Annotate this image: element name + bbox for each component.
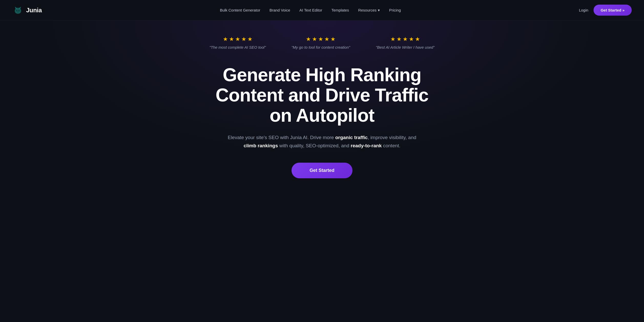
logo-text: Junia — [26, 7, 42, 14]
chevron-down-icon: ▾ — [378, 8, 380, 13]
nav-item-ai-text-editor[interactable]: AI Text Editor — [299, 8, 322, 12]
subtext-bold2: climb rankings — [244, 143, 278, 148]
nav-item-pricing[interactable]: Pricing — [389, 8, 401, 12]
svg-point-6 — [16, 11, 17, 11]
nav-item-brand-voice[interactable]: Brand Voice — [269, 8, 290, 12]
hero-section: ★ ★ ★ ★ ★ "The most complete AI SEO tool… — [0, 20, 644, 178]
svg-point-2 — [16, 10, 17, 11]
svg-point-8 — [19, 11, 20, 11]
stars-1: ★ ★ ★ ★ ★ — [306, 36, 336, 43]
subtext-bold1: organic traffic — [335, 135, 368, 140]
nav-actions: Login Get Started » — [579, 5, 632, 16]
review-item-2: ★ ★ ★ ★ ★ "Best AI Article Writer I have… — [376, 36, 435, 49]
star: ★ — [229, 36, 234, 43]
hero-cta-wrap: Get Started — [292, 163, 352, 178]
nav-item-bulk-content-generator[interactable]: Bulk Content Generator — [220, 8, 260, 12]
reviews-row: ★ ★ ★ ★ ★ "The most complete AI SEO tool… — [181, 36, 463, 49]
logo-link[interactable]: Junia — [12, 5, 42, 16]
hero-headline: Generate High Ranking Content and Drive … — [207, 65, 437, 126]
nav-link-bulk-content-generator[interactable]: Bulk Content Generator — [220, 8, 260, 12]
svg-point-7 — [19, 11, 19, 11]
star: ★ — [409, 36, 414, 43]
subtext-plain3: with quality, SEO-optimized, and — [278, 143, 351, 148]
nav-item-resources[interactable]: Resources ▾ — [358, 8, 380, 13]
nav-links: Bulk Content Generator Brand Voice AI Te… — [220, 8, 401, 13]
review-item-0: ★ ★ ★ ★ ★ "The most complete AI SEO tool… — [210, 36, 266, 49]
nav-link-ai-text-editor[interactable]: AI Text Editor — [299, 8, 322, 12]
star: ★ — [330, 36, 336, 43]
hero-cta-button[interactable]: Get Started — [292, 163, 352, 178]
stars-2: ★ ★ ★ ★ ★ — [390, 36, 420, 43]
review-text-0: "The most complete AI SEO tool" — [210, 45, 266, 49]
review-item-1: ★ ★ ★ ★ ★ "My go to tool for content cre… — [292, 36, 350, 49]
login-button[interactable]: Login — [579, 8, 588, 12]
star: ★ — [312, 36, 317, 43]
subtext-plain1: Elevate your site's SEO with Junia AI. D… — [228, 135, 335, 140]
subtext-plain2: , improve visibility, and — [368, 135, 416, 140]
nav-link-brand-voice[interactable]: Brand Voice — [269, 8, 290, 12]
star: ★ — [235, 36, 240, 43]
star: ★ — [306, 36, 311, 43]
review-text-1: "My go to tool for content creation" — [292, 45, 350, 49]
svg-point-5 — [16, 11, 16, 11]
star: ★ — [241, 36, 246, 43]
star: ★ — [318, 36, 323, 43]
get-started-button[interactable]: Get Started » — [594, 5, 632, 16]
star: ★ — [247, 36, 253, 43]
stars-0: ★ ★ ★ ★ ★ — [223, 36, 253, 43]
nav-link-pricing[interactable]: Pricing — [389, 8, 401, 12]
star: ★ — [403, 36, 408, 43]
subtext-bold3: ready-to-rank — [351, 143, 382, 148]
navbar: Junia Bulk Content Generator Brand Voice… — [0, 0, 644, 20]
nav-link-resources[interactable]: Resources ▾ — [358, 8, 380, 13]
svg-point-4 — [18, 11, 18, 12]
star: ★ — [415, 36, 420, 43]
star: ★ — [390, 36, 396, 43]
junia-logo-icon — [12, 5, 24, 16]
nav-link-templates[interactable]: Templates — [331, 8, 349, 12]
star: ★ — [324, 36, 329, 43]
review-text-2: "Best AI Article Writer I have used" — [376, 45, 435, 49]
star: ★ — [223, 36, 228, 43]
nav-item-templates[interactable]: Templates — [331, 8, 349, 12]
hero-subtext: Elevate your site's SEO with Junia AI. D… — [225, 133, 419, 150]
subtext-plain4: content. — [382, 143, 400, 148]
star: ★ — [397, 36, 402, 43]
